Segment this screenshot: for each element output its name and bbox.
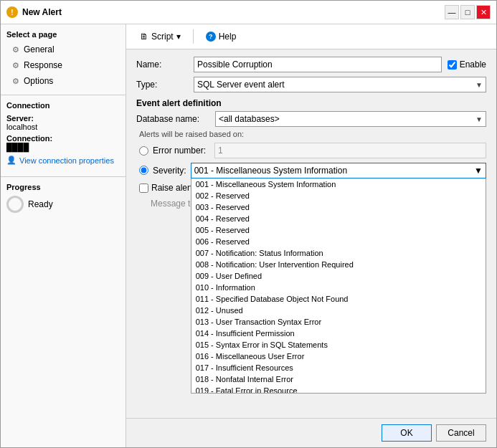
window-title: New Alert [22, 7, 62, 17]
severity-option-012[interactable]: 012 - Unused [191, 305, 486, 316]
severity-selected-value: 001 - Miscellaneous System Information [194, 166, 347, 176]
type-label: Type: [136, 80, 194, 90]
bottom-buttons: OK Cancel [126, 418, 496, 447]
db-name-row: Database name: <all databases> ▼ [136, 111, 486, 127]
server-value: localhost [6, 123, 37, 131]
enable-checkbox-container: Enable [448, 59, 486, 70]
help-button[interactable]: ? Help [199, 29, 243, 44]
severity-option-010[interactable]: 010 - Information [191, 282, 486, 293]
enable-checkbox[interactable] [448, 60, 457, 70]
severity-label: Severity: [153, 163, 186, 178]
type-dropdown-value: SQL Server event alert [197, 80, 285, 90]
severity-dropdown-arrow: ▼ [474, 166, 483, 176]
event-alert-header: Event alert definition [136, 98, 486, 108]
view-connection-link[interactable]: 👤 View connection properties [6, 156, 120, 165]
maximize-button[interactable]: □ [460, 5, 475, 19]
severity-option-016[interactable]: 016 - Miscellaneous User Error [191, 351, 486, 362]
progress-section: Progress Ready [1, 176, 126, 219]
severity-radio[interactable] [139, 166, 148, 175]
title-bar: ! New Alert — □ ✕ [1, 1, 496, 24]
severity-dropdown-container: 001 - Miscellaneous System Information ▼… [191, 163, 486, 178]
severity-option-009[interactable]: 009 - User Defined [191, 270, 486, 282]
title-bar-left: ! New Alert [6, 6, 62, 18]
db-dropdown-arrow: ▼ [475, 115, 483, 123]
sidebar: Select a page ⚙ General ⚙ Response ⚙ Opt… [1, 24, 126, 447]
toolbar: 🗎 Script ▾ ? Help [126, 24, 496, 49]
progress-status: Ready [28, 199, 53, 209]
connection-label: Connection: [6, 134, 52, 143]
sidebar-item-response[interactable]: ⚙ Response [1, 57, 126, 73]
name-row: Name: Enable [136, 57, 486, 72]
severity-option-019[interactable]: 019 - Fatal Error in Resource [191, 385, 486, 394]
severity-dropdown[interactable]: 001 - Miscellaneous System Information ▼ [191, 163, 486, 178]
select-page-label: Select a page [1, 24, 126, 42]
sidebar-item-options[interactable]: ⚙ Options [1, 73, 126, 89]
sidebar-item-label-response: Response [24, 60, 62, 70]
minimize-button[interactable]: — [445, 5, 459, 19]
error-number-row: Error number: [136, 143, 486, 158]
severity-option-017[interactable]: 017 - Insufficient Resources [191, 362, 486, 373]
name-input[interactable] [194, 57, 442, 72]
toolbar-separator [193, 29, 194, 44]
window-controls: — □ ✕ [445, 5, 491, 19]
severity-option-015[interactable]: 015 - Syntax Error in SQL Statements [191, 339, 486, 351]
severity-option-013[interactable]: 013 - User Transaction Syntax Error [191, 316, 486, 328]
error-number-radio[interactable] [139, 146, 148, 156]
right-panel: 🗎 Script ▾ ? Help Name: En [126, 24, 496, 447]
severity-option-014[interactable]: 014 - Insufficient Permission [191, 328, 486, 339]
script-button[interactable]: 🗎 Script ▾ [133, 29, 187, 44]
alert-icon: ! [6, 6, 18, 18]
progress-title: Progress [6, 183, 120, 191]
name-label: Name: [136, 59, 194, 70]
severity-option-008[interactable]: 008 - Notification: User Intervention Re… [191, 259, 486, 270]
type-dropdown[interactable]: SQL Server event alert ▼ [194, 77, 486, 92]
connection-section: Connection Server: localhost Connection:… [1, 95, 126, 171]
db-name-label: Database name: [136, 114, 215, 124]
severity-option-018[interactable]: 018 - Nonfatal Internal Error [191, 373, 486, 385]
main-content: Select a page ⚙ General ⚙ Response ⚙ Opt… [1, 24, 496, 447]
server-label: Server: [6, 114, 34, 123]
severity-option-006[interactable]: 006 - Reserved [191, 236, 486, 247]
severity-option-003[interactable]: 003 - Reserved [191, 201, 486, 213]
db-dropdown[interactable]: <all databases> ▼ [215, 111, 486, 127]
severity-option-004[interactable]: 004 - Reserved [191, 213, 486, 224]
cancel-button[interactable]: Cancel [436, 424, 486, 442]
script-dropdown-icon: ▾ [176, 32, 181, 42]
severity-option-002[interactable]: 002 - Reserved [191, 190, 486, 201]
gear-icon-response: ⚙ [12, 61, 19, 70]
server-info: Server: localhost [6, 114, 120, 131]
sidebar-item-label-general: General [24, 44, 55, 54]
sidebar-item-general[interactable]: ⚙ General [1, 42, 126, 57]
error-number-input[interactable] [214, 143, 486, 158]
enable-label: Enable [460, 59, 486, 70]
script-icon: 🗎 [140, 32, 148, 42]
connection-link-icon: 👤 [6, 156, 16, 165]
alerts-based-on: Alerts will be raised based on: [136, 130, 486, 138]
help-icon: ? [206, 32, 216, 42]
progress-row: Ready [6, 196, 120, 213]
error-number-label: Error number: [153, 146, 206, 156]
sidebar-item-label-options: Options [24, 76, 53, 86]
type-dropdown-arrow: ▼ [475, 81, 483, 89]
connection-value: ████ [6, 143, 29, 151]
gear-icon-general: ⚙ [12, 45, 19, 54]
raise-alert-checkbox[interactable] [139, 184, 148, 193]
gear-icon-options: ⚙ [12, 77, 19, 86]
progress-spinner [6, 196, 24, 213]
severity-row: Severity: 001 - Miscellaneous System Inf… [136, 163, 486, 178]
connection-title: Connection [6, 101, 120, 110]
ok-button[interactable]: OK [382, 424, 432, 442]
help-label: Help [219, 32, 237, 42]
close-button[interactable]: ✕ [476, 5, 491, 19]
script-label: Script [151, 32, 174, 42]
severity-option-005[interactable]: 005 - Reserved [191, 224, 486, 236]
form-area: Name: Enable Type: SQL Server event aler… [126, 49, 496, 418]
severity-option-007[interactable]: 007 - Notification: Status Information [191, 247, 486, 259]
new-alert-window: ! New Alert — □ ✕ Select a page ⚙ Genera… [0, 0, 497, 448]
severity-option-001[interactable]: 001 - Miscellaneous System Information [191, 178, 486, 190]
view-connection-label: View connection properties [19, 156, 114, 165]
connection-info: Connection: ████ [6, 134, 120, 151]
severity-option-011[interactable]: 011 - Specified Database Object Not Foun… [191, 293, 486, 305]
type-row: Type: SQL Server event alert ▼ [136, 77, 486, 92]
severity-list: 001 - Miscellaneous System Information 0… [191, 178, 486, 394]
